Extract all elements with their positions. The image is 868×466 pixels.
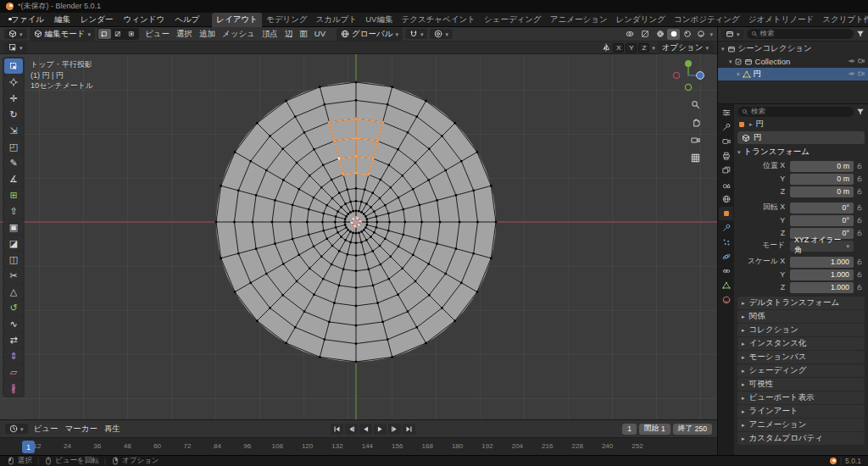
number-field[interactable]: 1.000 <box>790 257 854 268</box>
shading-wireframe-button[interactable] <box>654 29 666 40</box>
panel-header-collapsed[interactable]: ▸コレクション <box>737 324 865 336</box>
tool-rip-region[interactable]: ∦ <box>4 380 23 396</box>
panel-header-collapsed[interactable]: ▸アニメーション <box>737 419 865 431</box>
number-field[interactable]: 0 m <box>790 161 854 172</box>
navigation-gizmo[interactable] <box>671 58 705 94</box>
toggle-ortho-icon[interactable] <box>691 153 700 164</box>
zoom-icon[interactable] <box>691 100 700 111</box>
viewport-menu-item[interactable]: 辺 <box>281 28 297 41</box>
properties-editor-icon[interactable] <box>719 106 733 119</box>
number-field[interactable]: 1.000 <box>790 282 854 293</box>
viewport-3d[interactable]: ✛↻⇲◰✎∡⊞⇧▣◪◫✂△↺∿⇄⇕▱∦ トップ・平行投影 (1) 円 | 円 1… <box>0 54 717 419</box>
topbar-menu-item[interactable]: ファイル <box>6 14 49 26</box>
panel-header-collapsed[interactable]: ▸可視性 <box>737 378 865 391</box>
properties-tab-particles[interactable] <box>719 236 733 249</box>
properties-tab-data[interactable] <box>719 279 733 292</box>
viewport-menu-item[interactable]: 選択 <box>173 28 196 41</box>
mirror-y-toggle[interactable]: Y <box>626 43 637 53</box>
xray-toggle-button[interactable] <box>638 29 651 40</box>
lock-cell[interactable] <box>854 163 865 169</box>
pan-hand-icon[interactable] <box>691 118 700 129</box>
workspace-tab[interactable]: アニメーション <box>546 13 612 27</box>
show-overlays-button[interactable] <box>623 29 636 40</box>
number-field[interactable]: 0 m <box>790 186 854 197</box>
axis-y-minus-ball[interactable] <box>685 84 691 90</box>
properties-tab-scene[interactable] <box>719 178 733 191</box>
workspace-tab[interactable]: レンダリング <box>612 13 670 27</box>
timeline-menu-item[interactable]: 再生 <box>101 423 124 435</box>
play-button[interactable] <box>374 424 387 435</box>
workspace-tab[interactable]: スカルプト <box>312 13 362 27</box>
tool-bevel[interactable]: ◪ <box>4 236 23 251</box>
lock-cell[interactable] <box>854 188 865 195</box>
viewport-menu-item[interactable]: ビュー <box>142 28 173 41</box>
active-tool-dropdown[interactable]: ▾ <box>4 42 27 53</box>
workspace-tab[interactable]: UV編集 <box>361 13 397 27</box>
panel-header-collapsed[interactable]: ▸ラインアート <box>737 405 865 418</box>
outliner-editor-dropdown[interactable]: ▾ <box>721 29 744 39</box>
properties-tab-physics[interactable] <box>719 250 733 264</box>
caret-down-icon[interactable]: ▾ <box>729 58 732 64</box>
lock-cell[interactable] <box>854 230 865 236</box>
toggle-camera-icon[interactable] <box>858 57 865 66</box>
proportional-edit-dropdown[interactable]: ▾ <box>430 29 453 39</box>
tool-add-primitive[interactable]: ⊞ <box>4 187 23 202</box>
workspace-tab[interactable]: レイアウト <box>212 13 262 27</box>
lock-cell[interactable] <box>854 271 865 278</box>
tool-tweak-select[interactable] <box>4 58 23 74</box>
topbar-menu-item[interactable]: ヘルプ <box>170 14 204 26</box>
editor-type-dropdown[interactable]: ▾ <box>4 29 27 39</box>
tool-shear[interactable]: ▱ <box>4 364 23 380</box>
outliner-row[interactable]: ▾シーンコレクション <box>718 42 868 55</box>
outliner-row[interactable]: ▾円 <box>718 68 868 80</box>
frame-start-field[interactable]: 開始 1 <box>639 424 670 435</box>
prev-keyframe-button[interactable] <box>345 424 358 435</box>
panel-header-collapsed[interactable]: ▸シェーディング <box>737 364 865 377</box>
tool-rotate[interactable]: ↻ <box>4 107 23 122</box>
viewport-menu-item[interactable]: 頂点 <box>259 28 281 41</box>
lock-cell[interactable] <box>854 258 865 265</box>
properties-tab-view-layer[interactable] <box>719 164 733 177</box>
transform-panel-header[interactable]: ▾ トランスフォーム <box>737 146 865 158</box>
rotation-mode-dropdown[interactable]: XYZ オイラー角▾ <box>790 241 854 252</box>
properties-tab-object[interactable] <box>719 207 733 220</box>
outliner-search-input[interactable]: 検索 <box>747 29 854 39</box>
caret-down-icon[interactable]: ▾ <box>721 46 725 52</box>
jump-first-button[interactable] <box>331 424 343 435</box>
axis-x-minus-ball[interactable] <box>673 72 679 78</box>
tool-edge-slide[interactable]: ⇄ <box>4 332 23 347</box>
lock-cell[interactable] <box>854 204 865 211</box>
tool-shrink-fatten[interactable]: ⇕ <box>4 348 23 363</box>
workspace-tab[interactable]: モデリング <box>262 13 312 27</box>
tool-extrude-region[interactable]: ⇧ <box>4 203 23 219</box>
properties-tab-world[interactable] <box>719 192 733 206</box>
properties-search-input[interactable]: 検索 <box>737 107 854 117</box>
panel-header-collapsed[interactable]: ▸インスタンス化 <box>737 337 865 350</box>
viewport-menu-item[interactable]: メッシュ <box>219 28 259 41</box>
workspace-tab[interactable]: シェーディング <box>480 13 546 27</box>
properties-tab-constraints[interactable] <box>719 264 733 278</box>
tool-loop-cut[interactable]: ◫ <box>4 252 23 267</box>
circle-mesh[interactable] <box>215 81 497 363</box>
filter-funnel-icon[interactable] <box>856 30 865 38</box>
number-field[interactable]: 1.000 <box>790 269 854 280</box>
vertex-select-button[interactable] <box>98 29 111 39</box>
toggle-camera-icon[interactable] <box>858 69 865 79</box>
properties-tab-render[interactable] <box>719 135 733 148</box>
tool-spin[interactable]: ↺ <box>4 300 23 315</box>
properties-tab-tool[interactable] <box>719 120 733 134</box>
axis-y-plus-ball[interactable] <box>685 60 692 67</box>
shading-solid-button[interactable] <box>667 29 680 40</box>
number-field[interactable]: 0° <box>790 202 854 214</box>
number-field[interactable]: 0 m <box>790 174 854 185</box>
workspace-tab[interactable]: ジオメトリノード <box>744 13 819 27</box>
filter-funnel-icon[interactable] <box>856 108 865 116</box>
tool-measure[interactable]: ∡ <box>4 171 23 186</box>
timeline-menu-item[interactable]: マーカー <box>61 423 100 435</box>
jump-last-button[interactable] <box>403 424 415 435</box>
tool-inset-faces[interactable]: ▣ <box>4 219 23 235</box>
panel-header-collapsed[interactable]: ▸ビューポート表示 <box>737 391 865 404</box>
edge-select-button[interactable] <box>112 29 125 39</box>
play-reverse-button[interactable] <box>359 424 372 435</box>
options-dropdown[interactable]: オプション ▾ <box>658 42 713 54</box>
